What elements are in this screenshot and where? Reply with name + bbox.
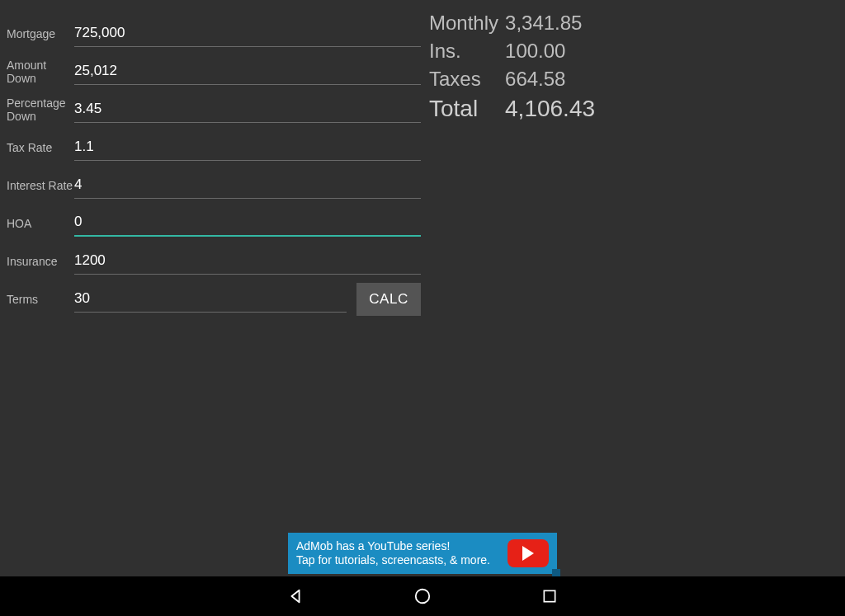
result-row-monthly: Monthly 3,341.85 — [429, 12, 602, 40]
row-hoa: HOA — [0, 205, 421, 242]
result-row-total: Total 4,106.43 — [429, 96, 602, 127]
tax-rate-input[interactable] — [74, 135, 421, 161]
label-amount-down: Amount Down — [0, 59, 74, 85]
row-percent-down: Percentage Down — [0, 91, 421, 129]
label-percent-down: Percentage Down — [0, 96, 74, 123]
result-label-taxes: Taxes — [429, 68, 505, 96]
result-value-ins: 100.00 — [505, 40, 602, 68]
ad-line2: Tap for tutorials, screencasts, & more. — [296, 553, 501, 568]
app-root: Mortgage Amount Down Percentage Down Tax… — [0, 0, 845, 616]
result-label-monthly: Monthly — [429, 12, 505, 40]
ad-banner[interactable]: AdMob has a YouTube series! Tap for tuto… — [288, 533, 557, 574]
interest-rate-input[interactable] — [74, 173, 421, 199]
ad-line1: AdMob has a YouTube series! — [296, 539, 501, 554]
result-value-monthly: 3,341.85 — [505, 12, 602, 40]
svg-point-0 — [416, 590, 430, 604]
terms-input[interactable] — [74, 287, 347, 313]
result-value-total: 4,106.43 — [505, 96, 602, 127]
label-hoa: HOA — [0, 217, 74, 230]
result-value-taxes: 664.58 — [505, 68, 602, 96]
result-row-taxes: Taxes 664.58 — [429, 68, 602, 96]
nav-back-button[interactable] — [286, 586, 305, 606]
percent-down-input[interactable] — [74, 97, 421, 123]
amount-down-input[interactable] — [74, 59, 421, 85]
nav-home-button[interactable] — [413, 586, 432, 606]
row-terms: Terms CALC — [0, 280, 421, 318]
label-tax-rate: Tax Rate — [0, 141, 74, 154]
youtube-icon — [507, 539, 549, 567]
row-interest-rate: Interest Rate — [0, 167, 421, 205]
label-mortgage: Mortgage — [0, 27, 74, 40]
nav-recent-button[interactable] — [540, 586, 559, 606]
calc-button[interactable]: CALC — [356, 283, 421, 316]
insurance-input[interactable] — [74, 249, 421, 275]
row-tax-rate: Tax Rate — [0, 129, 421, 167]
result-row-ins: Ins. 100.00 — [429, 40, 602, 68]
ad-text: AdMob has a YouTube series! Tap for tuto… — [296, 539, 501, 568]
row-insurance: Insurance — [0, 242, 421, 280]
row-amount-down: Amount Down — [0, 53, 421, 91]
mortgage-input[interactable] — [74, 21, 421, 47]
android-nav-bar — [0, 576, 845, 616]
results-panel: Monthly 3,341.85 Ins. 100.00 Taxes 664.5… — [429, 12, 602, 127]
label-terms: Terms — [0, 293, 74, 306]
label-insurance: Insurance — [0, 255, 74, 268]
play-icon — [522, 546, 534, 561]
hoa-input[interactable] — [74, 210, 421, 237]
result-label-total: Total — [429, 96, 505, 127]
form-panel: Mortgage Amount Down Percentage Down Tax… — [0, 15, 421, 318]
result-label-ins: Ins. — [429, 40, 505, 68]
label-interest-rate: Interest Rate — [0, 179, 74, 192]
row-mortgage: Mortgage — [0, 15, 421, 53]
svg-rect-1 — [544, 590, 555, 601]
